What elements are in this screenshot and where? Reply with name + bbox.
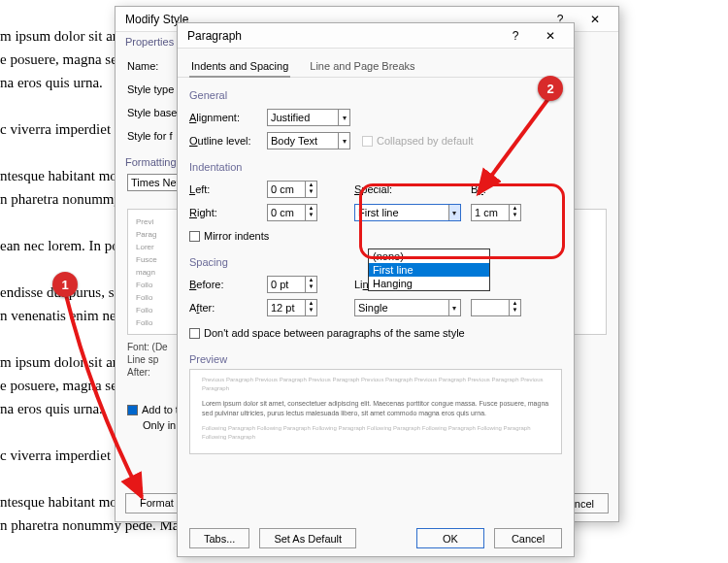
outline-input[interactable] [268,135,338,147]
mirror-indents-checkbox[interactable]: Mirror indents [189,230,269,242]
alignment-combo[interactable]: ▾ [267,109,350,126]
left-indent-spinner[interactable]: ▲▼ [267,181,317,198]
right-label: Right: [189,207,267,218]
right-indent-input[interactable] [268,205,305,220]
preview-ghost-before: Previous Paragraph Previous Paragraph Pr… [202,376,549,393]
outline-label: Outline level: [189,135,267,147]
alignment-input[interactable] [268,112,338,123]
no-space-checkbox[interactable]: Don't add space between paragraphs of th… [189,327,465,339]
chevron-down-icon[interactable]: ▾ [338,110,349,125]
collapsed-checkbox: Collapsed by default [362,135,474,147]
ok-button[interactable]: OK [416,528,484,548]
annotation-marker-2: 2 [538,76,563,101]
set-default-button[interactable]: Set As Default [259,528,356,548]
collapsed-label: Collapsed by default [377,135,474,147]
left-label: Left: [189,183,267,195]
right-indent-spinner[interactable]: ▲▼ [267,204,317,221]
tabs-button[interactable]: Tabs... [189,528,249,548]
chevron-down-icon[interactable]: ▾ [448,300,460,315]
line-spacing-input[interactable] [355,302,448,314]
add-to-checkbox[interactable]: Add to t [127,404,179,415]
after-input[interactable] [268,300,305,315]
before-input[interactable] [268,277,305,292]
no-space-label: Don't add space between paragraphs of th… [204,327,465,339]
at-spinner[interactable]: ▲▼ [471,299,521,316]
left-indent-input[interactable] [268,182,305,197]
add-to-label: Add to t [142,404,179,415]
before-spinner[interactable]: ▲▼ [267,276,317,293]
annotation-highlight-special [359,183,565,259]
preview-ghost-after: Following Paragraph Following Paragraph … [202,424,549,442]
at-input[interactable] [472,300,509,315]
paragraph-titlebar: Paragraph ? ✕ [178,23,574,49]
after-label: After: [189,302,267,314]
paragraph-tabs: Indents and Spacing Line and Page Breaks [178,49,574,78]
preview-sample-text: Lorem ipsum dolor sit amet, consectetuer… [202,399,549,418]
after-spinner[interactable]: ▲▼ [267,299,317,316]
before-label: Before: [189,279,267,290]
preview-group: Preview [189,346,562,369]
general-group: General [189,82,562,105]
tab-line-page-breaks[interactable]: Line and Page Breaks [308,56,416,77]
outline-combo[interactable]: ▾ [267,132,350,149]
mirror-label: Mirror indents [204,230,269,242]
special-option-hanging[interactable]: Hanging [369,277,489,290]
help-button[interactable]: ? [498,24,533,48]
cancel-button[interactable]: Cancel [494,528,562,548]
paragraph-title: Paragraph [187,29,498,43]
close-icon[interactable]: ✕ [533,24,568,48]
annotation-marker-1: 1 [52,272,78,297]
line-spacing-combo[interactable]: ▾ [354,299,461,316]
indentation-group: Indentation [189,153,562,177]
alignment-label: Alignment: [189,112,267,123]
chevron-down-icon[interactable]: ▾ [338,133,349,149]
tab-indents-spacing[interactable]: Indents and Spacing [189,56,290,78]
paragraph-preview: Previous Paragraph Previous Paragraph Pr… [189,369,562,454]
close-icon[interactable]: ✕ [578,8,612,31]
special-option-firstline[interactable]: First line [369,263,489,277]
